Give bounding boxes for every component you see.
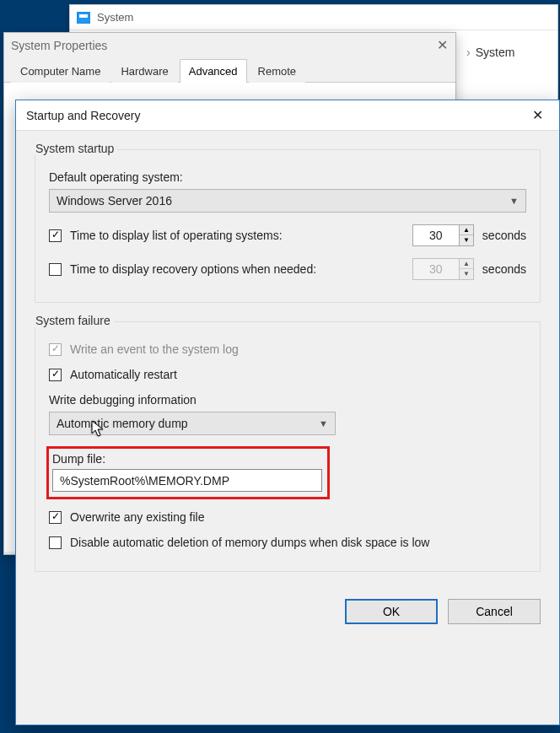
auto-restart-checkbox[interactable] — [49, 369, 62, 381]
spinner-up-icon: ▲ — [460, 259, 473, 269]
overwrite-label: Overwrite any existing file — [70, 510, 205, 524]
group-legend-startup: System startup — [32, 142, 117, 155]
spinner-down-icon: ▼ — [460, 269, 473, 279]
breadcrumb[interactable]: ›System — [466, 46, 514, 59]
group-system-startup: System startup Default operating system:… — [35, 149, 541, 303]
system-properties-title: System Properties — [11, 39, 107, 52]
display-list-spinner[interactable]: ▲▼ — [412, 224, 474, 246]
display-list-value[interactable] — [413, 225, 459, 245]
default-os-label: Default operating system: — [49, 170, 526, 184]
disable-delete-checkbox[interactable] — [49, 536, 62, 549]
tab-computer-name[interactable]: Computer Name — [11, 59, 110, 83]
system-properties-tabs: Computer Name Hardware Advanced Remote — [4, 58, 455, 83]
tab-advanced[interactable]: Advanced — [180, 59, 247, 83]
display-recovery-unit: seconds — [482, 262, 526, 276]
display-recovery-label: Time to display recovery options when ne… — [70, 262, 316, 276]
auto-restart-label: Automatically restart — [70, 368, 177, 381]
display-recovery-spinner: ▲▼ — [412, 258, 474, 280]
ok-button[interactable]: OK — [345, 599, 438, 624]
tab-remote[interactable]: Remote — [249, 59, 306, 83]
dialog-title: Startup and Recovery — [26, 109, 140, 122]
display-list-unit: seconds — [482, 229, 526, 242]
group-system-failure: System failure Write an event to the sys… — [35, 321, 541, 572]
display-recovery-checkbox[interactable] — [49, 263, 62, 276]
default-os-select[interactable]: Windows Server 2016 ▼ — [49, 189, 526, 213]
dump-file-label: Dump file: — [52, 452, 322, 466]
tab-hardware[interactable]: Hardware — [111, 59, 177, 83]
dump-file-input[interactable]: %SystemRoot%\MEMORY.DMP — [52, 469, 322, 492]
cancel-button[interactable]: Cancel — [448, 599, 541, 624]
group-legend-failure: System failure — [32, 314, 114, 327]
default-os-value: Windows Server 2016 — [57, 194, 172, 208]
system-window-titlebar[interactable]: System — [70, 5, 557, 30]
startup-recovery-dialog: Startup and Recovery ✕ System startup De… — [15, 100, 560, 725]
spinner-down-icon[interactable]: ▼ — [460, 235, 473, 245]
chevron-down-icon: ▼ — [319, 418, 328, 428]
disable-delete-label: Disable automatic deletion of memory dum… — [70, 536, 429, 549]
write-event-checkbox — [49, 343, 62, 356]
overwrite-checkbox[interactable] — [49, 511, 62, 524]
write-debug-select[interactable]: Automatic memory dump ▼ — [49, 412, 336, 435]
display-list-label: Time to display list of operating system… — [70, 229, 283, 242]
display-list-checkbox[interactable] — [49, 229, 62, 242]
spinner-up-icon[interactable]: ▲ — [460, 225, 473, 235]
chevron-down-icon: ▼ — [509, 196, 519, 206]
system-window-title: System — [97, 11, 133, 24]
display-recovery-value — [413, 259, 459, 279]
write-debug-value: Automatic memory dump — [57, 417, 188, 430]
system-icon — [77, 12, 90, 24]
breadcrumb-label: System — [476, 46, 515, 59]
dialog-button-bar: OK Cancel — [16, 599, 559, 639]
close-icon[interactable]: ✕ — [525, 104, 549, 127]
system-properties-titlebar[interactable]: System Properties ✕ — [4, 33, 455, 58]
startup-recovery-titlebar[interactable]: Startup and Recovery ✕ — [16, 100, 559, 131]
write-event-label: Write an event to the system log — [70, 342, 239, 356]
chevron-right-icon: › — [466, 46, 471, 59]
close-icon[interactable]: ✕ — [435, 39, 449, 52]
write-debug-label: Write debugging information — [49, 393, 526, 407]
dump-file-value: %SystemRoot%\MEMORY.DMP — [60, 474, 229, 488]
